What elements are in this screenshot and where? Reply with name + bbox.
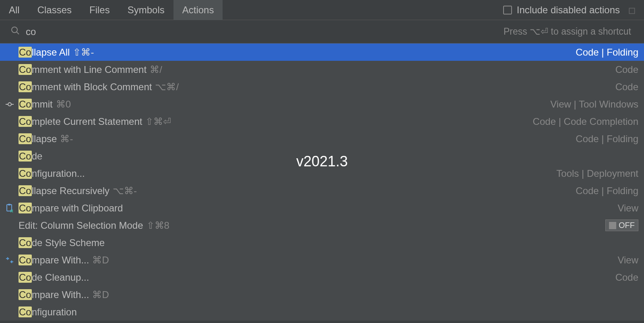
shortcut-label: ⇧⌘- [73,47,94,58]
blank-icon [4,168,15,179]
include-disabled-label: Include disabled actions [517,4,620,16]
result-label: Code [19,151,42,162]
result-row[interactable]: Complete Current Statement⇧⌘⏎Code | Code… [0,113,644,130]
svg-rect-0 [629,8,634,13]
result-location: View | Tool Windows [550,99,641,110]
result-row[interactable]: Comment with Block Comment⌥⌘/Code [0,78,644,95]
blank-icon [4,47,15,58]
include-disabled-checkbox[interactable]: Include disabled actions [503,0,644,20]
result-label: Code Cleanup... [19,272,89,283]
results-list: Collapse All⇧⌘-Code | FoldingComment wit… [0,43,644,321]
tab-symbols[interactable]: Symbols [119,0,173,20]
blank-icon [4,220,15,231]
result-row[interactable]: Compare With...⌘D [0,286,644,303]
checkbox-icon [503,6,512,14]
result-label: Collapse All [19,47,70,58]
result-row[interactable]: Configuration [0,303,644,321]
tab-files[interactable]: Files [80,0,119,20]
result-label: Compare With... [19,289,89,300]
result-label: Configuration... [19,168,85,179]
blank-icon [4,237,15,248]
result-label: Configuration [19,306,77,318]
blank-icon [4,133,15,145]
svg-line-2 [17,32,19,34]
tab-all[interactable]: All [0,0,29,20]
result-row[interactable]: Compare With...⌘DView [0,251,644,269]
commit-icon [4,99,15,110]
result-location: Tools | Deployment [556,168,641,179]
shortcut-label: ⇧⌘8 [147,220,169,231]
blank-icon [4,272,15,283]
compare-icon [4,255,15,266]
shortcut-label: ⌘/ [150,64,162,75]
clipboard-icon [4,203,15,214]
shortcut-label: ⌥⌘/ [155,81,179,93]
result-row[interactable]: Collapse Recursively⌥⌘-Code | Folding [0,182,644,199]
result-label: Complete Current Statement [19,116,142,127]
result-label: Comment with Block Comment [19,81,152,93]
blank-icon [4,306,15,318]
result-label: Collapse [19,133,57,145]
result-label: Edit: Column Selection Mode [19,220,143,231]
result-row[interactable]: Compare with ClipboardView [0,199,644,217]
search-icon [10,26,20,38]
result-label: Compare With... [19,255,89,266]
pin-icon[interactable] [628,6,636,14]
shortcut-label: ⌘D [92,289,109,300]
result-row[interactable]: Configuration...Tools | Deployment [0,165,644,182]
blank-icon [4,64,15,75]
result-label: Comment with Line Comment [19,64,147,75]
blank-icon [4,289,15,300]
shortcut-label: ⌥⌘- [113,185,137,197]
result-row[interactable]: Code [0,147,644,165]
result-row[interactable]: Edit: Column Selection Mode⇧⌘8OFF [0,217,644,234]
result-location: Code [615,64,641,75]
svg-rect-7 [8,204,10,205]
result-label: Code Style Scheme [19,237,105,248]
result-location: View [617,255,641,266]
result-row[interactable]: Collapse⌘-Code | Folding [0,130,644,147]
result-label: Compare with Clipboard [19,203,123,214]
svg-point-3 [8,103,11,106]
result-row[interactable]: Commit⌘0View | Tool Windows [0,95,644,113]
shortcut-label: ⌘D [92,255,109,266]
result-location: Code | Folding [576,185,641,197]
tabs-bar: All Classes Files Symbols Actions Includ… [0,0,644,20]
result-location: View [617,203,641,214]
result-row[interactable]: Collapse All⇧⌘-Code | Folding [0,43,644,61]
blank-icon [4,185,15,197]
shortcut-label: ⇧⌘⏎ [145,116,171,127]
result-location: Code | Folding [576,47,641,58]
result-location: Code [615,272,641,283]
result-row[interactable]: Code Style Scheme [0,234,644,251]
tab-classes[interactable]: Classes [29,0,80,20]
result-label: Commit [19,99,53,110]
toggle-off[interactable]: OFF [605,219,638,231]
tab-actions[interactable]: Actions [173,0,223,20]
result-label: Collapse Recursively [19,185,109,197]
result-location: Code | Code Completion [533,116,641,127]
search-input[interactable] [26,26,106,37]
blank-icon [4,151,15,162]
result-row[interactable]: Code Cleanup...Code [0,269,644,286]
svg-point-1 [12,27,17,33]
result-row[interactable]: Comment with Line Comment⌘/Code [0,61,644,78]
shortcut-label: ⌘- [60,133,73,145]
shortcut-label: ⌘0 [56,99,71,110]
blank-icon [4,81,15,93]
result-location: Code | Folding [576,133,641,145]
blank-icon [4,116,15,127]
shortcut-hint: Press ⌥⏎ to assign a shortcut [504,26,634,37]
result-location: Code [615,81,641,93]
search-row: Press ⌥⏎ to assign a shortcut [0,20,644,43]
